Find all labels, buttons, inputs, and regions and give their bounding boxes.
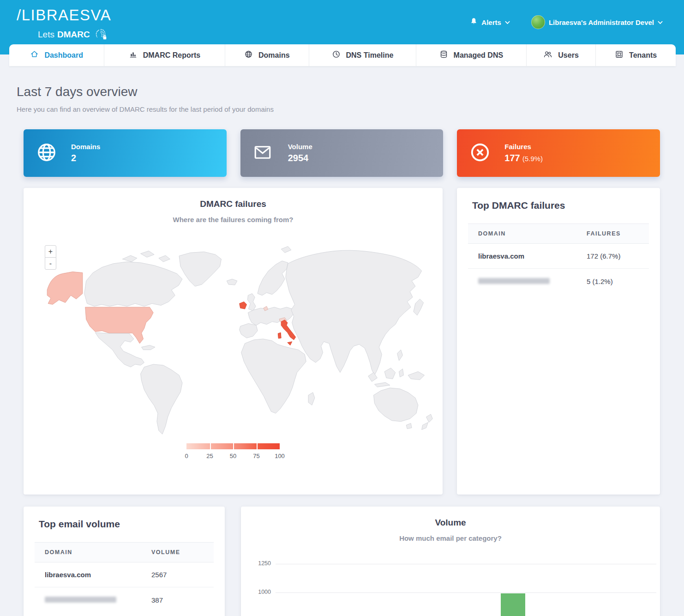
page-title: Last 7 days overview	[17, 85, 274, 99]
stat-suffix: (5.9%)	[522, 155, 543, 163]
alerts-label: Alerts	[481, 18, 501, 26]
stats-row: Domains 2 Volume 2954 Failures 177(5.9%)	[24, 129, 660, 177]
user-menu[interactable]: Libraesva's Administrator Devel	[531, 15, 663, 29]
chart-subtitle: How much email per category?	[241, 534, 660, 542]
y-axis-tick: 1000	[241, 589, 271, 595]
top-dmarc-failures-card: Top DMARC failures DOMAIN FAILURES libra…	[457, 188, 660, 495]
domain-cell	[468, 278, 587, 285]
top-volume-title: Top email volume	[39, 519, 120, 530]
table-row: libraesva.com 2567	[35, 562, 214, 587]
legend-tick: 50	[230, 453, 236, 459]
redacted-domain	[478, 278, 550, 284]
bar-chart-icon	[129, 50, 138, 60]
country-canada	[84, 262, 182, 306]
legend-tick: 100	[275, 453, 285, 459]
top-email-volume-card: Top email volume DOMAIN VOLUME libraesva…	[24, 507, 225, 616]
map-zoom-controls: + -	[45, 245, 56, 270]
stat-label: Failures	[504, 143, 543, 151]
country-greenland	[179, 252, 221, 286]
main-content: Last 7 days overview Here you can find a…	[0, 66, 684, 616]
tab-dns-timeline[interactable]: DNS Timeline	[309, 44, 416, 66]
alerts-menu[interactable]: Alerts	[470, 17, 510, 27]
domain-cell	[35, 596, 151, 604]
user-name: Libraesva's Administrator Devel	[549, 18, 654, 26]
tab-domains[interactable]: Domains	[225, 44, 309, 66]
database-icon	[439, 50, 448, 60]
legend-tick: 75	[253, 453, 259, 459]
tab-label: Users	[558, 51, 578, 60]
legend-gradient-bar	[186, 443, 280, 449]
redacted-domain	[45, 597, 116, 603]
y-axis-tick: 1250	[241, 560, 271, 567]
tab-users[interactable]: Users	[526, 44, 595, 66]
volume-chart-card: Volume How much email per category? 1250…	[241, 507, 660, 616]
stat-card-volume: Volume 2954	[240, 129, 444, 177]
brand-logo: /LIBRAESVA LetsDMARC	[17, 6, 111, 43]
dmarc-failures-map-card: DMARC failures Where are the failures co…	[24, 188, 443, 495]
table-header: DOMAIN FAILURES	[468, 223, 649, 244]
failures-cell: 5 (1.2%)	[587, 278, 649, 285]
map-card-subtitle: Where are the failures coming from?	[24, 216, 443, 223]
table-row: libraesva.com 172 (6.7%)	[468, 244, 649, 269]
legend-tick: 0	[185, 453, 188, 459]
chevron-down-icon	[658, 18, 663, 26]
tab-label: Tenants	[629, 51, 657, 60]
stat-card-failures: Failures 177(5.9%)	[457, 129, 660, 177]
tab-label: Managed DNS	[454, 51, 504, 60]
legend-tick: 25	[206, 453, 213, 459]
avatar	[531, 15, 545, 29]
map-legend: 0 25 50 75 100	[186, 443, 280, 460]
column-header-domain: DOMAIN	[35, 549, 151, 556]
chart-title: Volume	[241, 518, 660, 528]
logo-secondary-light: Lets	[38, 30, 54, 40]
globe-icon	[36, 142, 57, 165]
stat-value: 2954	[288, 153, 312, 163]
country-ireland	[240, 302, 247, 309]
top-failures-title: Top DMARC failures	[472, 200, 565, 211]
gridline	[276, 564, 656, 564]
fingerprint-icon	[93, 26, 108, 43]
tab-dashboard[interactable]: Dashboard	[9, 44, 104, 66]
failures-cell: 172 (6.7%)	[587, 252, 649, 260]
stat-label: Domains	[71, 143, 100, 151]
x-circle-icon	[469, 142, 491, 165]
logo-secondary-bold: DMARC	[57, 30, 90, 40]
volume-bar[interactable]	[501, 593, 525, 616]
stat-card-domains: Domains 2	[24, 129, 227, 177]
stat-label: Volume	[288, 143, 312, 151]
bell-icon	[470, 17, 478, 27]
tab-dmarc-reports[interactable]: DMARC Reports	[104, 44, 224, 66]
envelope-icon	[253, 143, 274, 164]
page-subtitle: Here you can find an overview of DMARC r…	[17, 105, 274, 113]
clock-icon	[332, 50, 341, 60]
tab-label: Domains	[258, 51, 290, 60]
domain-cell: libraesva.com	[468, 252, 587, 260]
volume-cell: 2567	[151, 571, 214, 579]
zoom-in-button[interactable]: +	[45, 245, 56, 258]
domain-cell: libraesva.com	[35, 571, 151, 579]
globe-icon	[244, 50, 253, 60]
column-header-volume: VOLUME	[151, 549, 214, 556]
home-icon	[30, 50, 39, 60]
tab-tenants[interactable]: Tenants	[595, 44, 676, 66]
table-row: 5 (1.2%)	[468, 269, 649, 294]
table-header: DOMAIN VOLUME	[35, 542, 214, 562]
tab-label: Dashboard	[44, 51, 83, 60]
main-nav: Dashboard DMARC Reports Domains DNS Time…	[9, 44, 676, 66]
map-card-title: DMARC failures	[24, 199, 443, 209]
chevron-down-icon	[505, 18, 510, 26]
table-row: 387	[35, 587, 214, 612]
tab-label: DMARC Reports	[143, 51, 200, 60]
tab-managed-dns[interactable]: Managed DNS	[416, 44, 526, 66]
logo-primary-text: /LIBRAESVA	[17, 6, 111, 24]
world-map[interactable]	[27, 234, 439, 441]
volume-cell: 387	[151, 596, 214, 604]
users-icon	[543, 50, 552, 60]
zoom-out-button[interactable]: -	[45, 257, 56, 270]
tab-label: DNS Timeline	[346, 51, 394, 60]
stat-value: 2	[71, 153, 100, 163]
stat-value: 177(5.9%)	[504, 153, 543, 163]
gridline	[276, 592, 656, 593]
country-alaska	[47, 272, 83, 305]
column-header-domain: DOMAIN	[468, 230, 587, 237]
